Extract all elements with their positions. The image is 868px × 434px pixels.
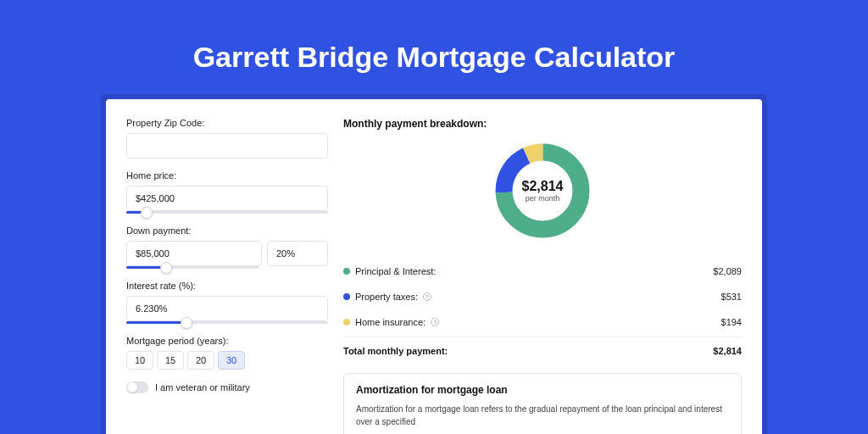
interest-label: Interest rate (%): — [126, 281, 328, 291]
calculator-card: Property Zip Code: Home price: Down paym… — [106, 99, 762, 434]
period-btn-10[interactable]: 10 — [126, 351, 153, 370]
info-icon[interactable]: ? — [431, 318, 439, 326]
donut-chart: $2,814 per month — [492, 140, 593, 242]
home-price-input[interactable] — [126, 186, 328, 211]
info-icon[interactable]: ? — [423, 292, 431, 301]
legend-value: $2,089 — [713, 266, 742, 276]
amortization-text: Amortization for a mortgage loan refers … — [356, 403, 729, 428]
legend-label: Principal & Interest: — [355, 266, 436, 276]
down-payment-field: Down payment: — [126, 225, 328, 269]
right-column: Monthly payment breakdown: $2,814 per mo… — [343, 118, 742, 434]
donut-center: $2,814 per month — [492, 140, 593, 242]
dot-icon — [343, 268, 350, 275]
donut-amount: $2,814 — [522, 179, 564, 194]
legend-label: Property taxes: — [355, 292, 418, 302]
amortization-title: Amortization for mortgage loan — [356, 384, 729, 396]
home-price-label: Home price: — [126, 170, 328, 181]
slider-fill — [126, 321, 186, 324]
legend-row-principal: Principal & Interest: $2,089 — [343, 259, 742, 284]
slider-thumb[interactable] — [181, 317, 192, 329]
veteran-toggle[interactable] — [126, 381, 148, 393]
breakdown-title: Monthly payment breakdown: — [343, 118, 742, 130]
down-payment-amount-input[interactable] — [126, 241, 262, 266]
period-field: Mortgage period (years): 10 15 20 30 — [126, 336, 328, 370]
home-price-field: Home price: — [126, 170, 328, 214]
amortization-box: Amortization for mortgage loan Amortizat… — [343, 373, 742, 434]
interest-field: Interest rate (%): — [126, 281, 328, 324]
total-label: Total monthly payment: — [343, 346, 448, 356]
down-payment-label: Down payment: — [126, 225, 328, 236]
veteran-label: I am veteran or military — [155, 382, 250, 392]
interest-input[interactable] — [126, 296, 328, 321]
veteran-row: I am veteran or military — [126, 381, 328, 393]
legend-value: $194 — [721, 317, 742, 327]
total-value: $2,814 — [713, 346, 742, 356]
down-payment-slider[interactable] — [126, 266, 259, 269]
period-buttons: 10 15 20 30 — [126, 351, 328, 370]
donut-chart-wrap: $2,814 per month — [343, 140, 742, 242]
total-row: Total monthly payment: $2,814 — [343, 337, 742, 364]
period-label: Mortgage period (years): — [126, 336, 328, 346]
down-payment-percent-input[interactable] — [267, 241, 328, 266]
slider-thumb[interactable] — [160, 262, 172, 274]
home-price-slider[interactable] — [126, 211, 328, 214]
zip-field: Property Zip Code: — [126, 118, 328, 159]
zip-input[interactable] — [126, 133, 328, 159]
period-btn-15[interactable]: 15 — [157, 351, 184, 370]
legend-value: $531 — [721, 292, 742, 302]
period-btn-20[interactable]: 20 — [187, 351, 214, 370]
slider-thumb[interactable] — [141, 207, 153, 219]
donut-sub: per month — [526, 194, 560, 203]
card-shadow: Property Zip Code: Home price: Down paym… — [101, 94, 767, 434]
interest-slider[interactable] — [126, 321, 328, 324]
page-title: Garrett Bridge Mortgage Calculator — [0, 0, 868, 94]
period-btn-30[interactable]: 30 — [218, 351, 245, 370]
legend-row-taxes: Property taxes: ? $531 — [343, 284, 742, 309]
zip-label: Property Zip Code: — [126, 118, 328, 128]
dot-icon — [343, 293, 350, 300]
legend-row-insurance: Home insurance: ? $194 — [343, 309, 742, 335]
left-column: Property Zip Code: Home price: Down paym… — [126, 118, 328, 434]
legend-label: Home insurance: — [355, 317, 426, 327]
dot-icon — [343, 319, 350, 326]
